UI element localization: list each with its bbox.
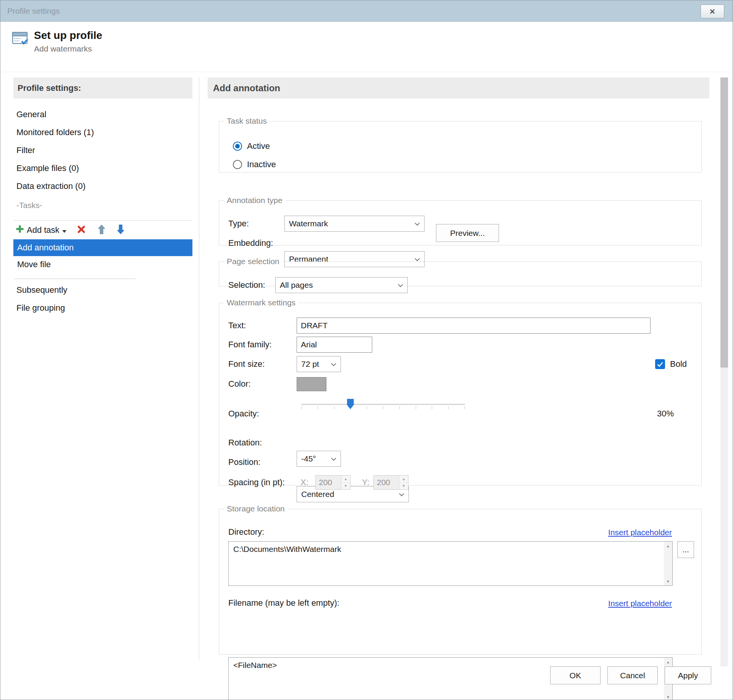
filename-textbox[interactable]: <FileName> ▲ ▼ (228, 657, 673, 700)
sidebar-item-data-extraction[interactable]: Data extraction (0) (13, 177, 192, 195)
page-selection-legend: Page selection (224, 257, 282, 266)
sidebar-item-general[interactable]: General (13, 105, 192, 123)
spin-up-icon[interactable]: ▲ (399, 476, 408, 483)
task-item-add-annotation[interactable]: Add annotation (13, 239, 192, 256)
add-task-label: Add task (27, 225, 60, 235)
spacing-x-spin-buttons[interactable]: ▲ ▼ (341, 476, 350, 489)
spacing-x-input[interactable] (316, 476, 341, 489)
annotation-type-legend: Annotation type (224, 196, 285, 205)
move-task-up-button[interactable] (98, 224, 105, 236)
directory-label: Directory: (228, 526, 264, 539)
bold-checkbox[interactable]: Bold (655, 356, 687, 372)
directory-textbox[interactable]: C:\Documents\WithWatermark ▲ ▼ (228, 541, 673, 586)
chevron-down-icon (415, 223, 420, 226)
font-size-label: Font size: (228, 356, 265, 372)
color-swatch[interactable] (297, 377, 326, 391)
bold-label: Bold (670, 359, 687, 369)
opacity-slider-track[interactable] (301, 404, 465, 405)
watermark-text-input[interactable] (297, 318, 651, 334)
filename-insert-placeholder-link[interactable]: Insert placeholder (608, 599, 672, 608)
opacity-slider-ticks (301, 406, 465, 409)
font-size-dropdown[interactable]: 72 pt (297, 356, 341, 372)
sidebar-nav: General Monitored folders (1) Filter Exa… (13, 105, 192, 195)
titlebar[interactable]: Profile settings ✕ (0, 0, 733, 22)
sidebar-item-subsequently[interactable]: Subsequently (13, 281, 192, 299)
sidebar-item-monitored-folders[interactable]: Monitored folders (1) (13, 123, 192, 141)
scroll-up-icon[interactable]: ▲ (664, 658, 672, 666)
spacing-y-input[interactable] (374, 476, 399, 489)
sidebar-item-filter[interactable]: Filter (13, 141, 192, 159)
close-icon: ✕ (709, 8, 715, 15)
rotation-label: Rotation: (228, 435, 262, 451)
apply-button[interactable]: Apply (665, 666, 711, 684)
sidebar-divider (14, 279, 136, 279)
task-item-move-file[interactable]: Move file (13, 256, 192, 273)
type-dropdown[interactable]: Watermark (284, 216, 425, 232)
close-button[interactable]: ✕ (701, 5, 724, 18)
scroll-down-icon[interactable]: ▼ (664, 693, 672, 700)
type-label: Type: (228, 216, 249, 232)
filename-label: Filename (may be left empty): (228, 597, 339, 610)
opacity-slider[interactable] (301, 399, 465, 411)
checkbox-checked-icon (655, 359, 665, 369)
watermark-settings-legend: Watermark settings (224, 298, 298, 307)
scroll-down-icon[interactable]: ▼ (664, 577, 672, 585)
opacity-label: Opacity: (228, 406, 259, 422)
caret-down-icon (62, 225, 66, 235)
task-status-group: Task status Active Inactive (219, 116, 702, 173)
sidebar-item-file-grouping[interactable]: File grouping (13, 299, 192, 317)
delete-task-button[interactable] (77, 225, 86, 235)
cancel-button[interactable]: Cancel (607, 666, 658, 684)
ok-button[interactable]: OK (550, 666, 601, 684)
profile-icon (12, 30, 29, 72)
color-label: Color: (228, 376, 251, 392)
arrow-up-icon (98, 224, 105, 236)
storage-location-group: Storage location Directory: Insert place… (219, 504, 702, 655)
window-title: Profile settings (7, 6, 60, 16)
sidebar-header: Profile settings: (13, 77, 192, 98)
browse-directory-button[interactable]: ... (677, 541, 694, 558)
preview-button[interactable]: Preview... (436, 224, 499, 242)
spacing-label: Spacing (in pt): (228, 474, 285, 490)
spacing-y-spin-buttons[interactable]: ▲ ▼ (399, 476, 408, 489)
move-task-down-button[interactable] (117, 224, 124, 236)
font-family-input[interactable] (297, 337, 372, 353)
task-status-legend: Task status (224, 116, 270, 126)
spin-up-icon[interactable]: ▲ (341, 476, 350, 483)
sidebar-item-example-files[interactable]: Example files (0) (13, 159, 192, 177)
radio-active-label: Active (247, 141, 270, 151)
directory-insert-placeholder-link[interactable]: Insert placeholder (608, 528, 672, 537)
main-title: Add annotation (208, 77, 709, 98)
chevron-down-icon (398, 284, 403, 287)
selection-dropdown[interactable]: All pages (275, 277, 408, 293)
rotation-dropdown-value: -45° (301, 454, 316, 463)
tasks-separator-label: -Tasks- (13, 200, 192, 211)
radio-inactive[interactable]: Inactive (233, 159, 276, 170)
add-task-button[interactable]: Add task (16, 225, 66, 235)
profile-settings-dialog: Profile settings ✕ Set up profile Add wa… (0, 0, 733, 700)
scroll-up-icon[interactable]: ▲ (664, 542, 672, 550)
spin-down-icon[interactable]: ▼ (341, 483, 350, 490)
main-panel: Add annotation Task status Active Inacti… (208, 77, 709, 655)
spacing-x-stepper[interactable]: ▲ ▼ (315, 475, 350, 490)
spacing-x-label: X: (300, 474, 308, 490)
spacing-y-label: Y: (362, 474, 370, 490)
radio-active[interactable]: Active (233, 140, 270, 152)
directory-scrollbar[interactable]: ▲ ▼ (664, 542, 672, 585)
text-label: Text: (228, 318, 246, 334)
chevron-down-icon (399, 493, 404, 497)
rotation-dropdown[interactable]: -45° (297, 451, 341, 467)
storage-location-legend: Storage location (224, 504, 287, 513)
radio-checked-icon (233, 142, 242, 151)
delete-x-icon (77, 225, 86, 235)
watermark-settings-group: Watermark settings Text: Font family: Fo… (219, 298, 702, 485)
radio-inactive-label: Inactive (247, 160, 276, 169)
main-scrollbar-thumb[interactable] (720, 77, 728, 368)
annotation-type-group: Annotation type Type: Watermark Preview.… (219, 196, 702, 245)
font-size-dropdown-value: 72 pt (301, 360, 319, 369)
position-label: Position: (228, 454, 260, 470)
type-dropdown-value: Watermark (289, 219, 328, 228)
spacing-y-stepper[interactable]: ▲ ▼ (373, 475, 408, 490)
main-scrollbar[interactable] (720, 77, 728, 666)
spin-down-icon[interactable]: ▼ (399, 483, 408, 490)
